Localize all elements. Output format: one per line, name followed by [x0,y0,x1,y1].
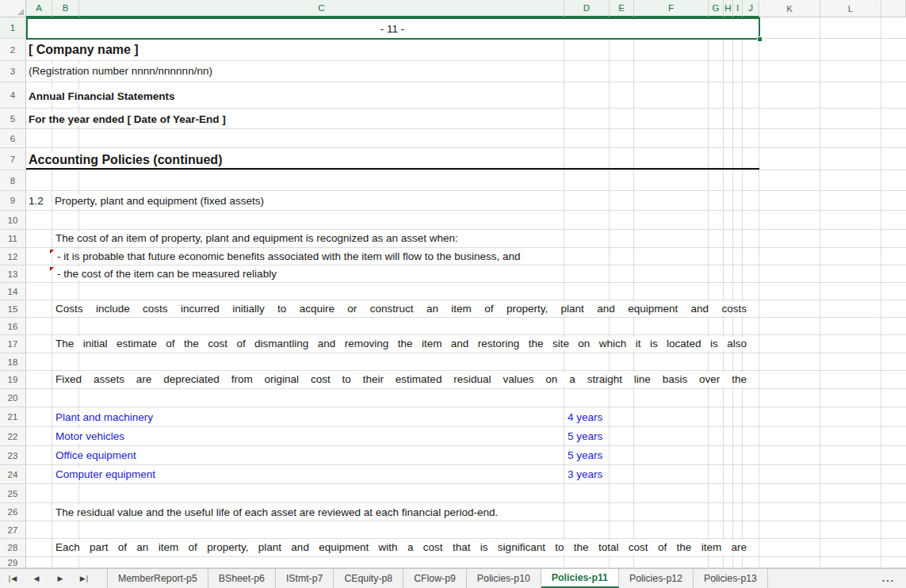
gridline [26,170,906,170]
row-header-4[interactable]: 4 [0,82,26,109]
row-header-13[interactable]: 13 [0,265,26,283]
column-header-J[interactable]: J [743,0,759,17]
residual-paragraph[interactable]: The residual value and the useful life o… [55,506,500,519]
row-header-8[interactable]: 8 [0,170,26,191]
sheet-tab-bsheet-p6[interactable]: BSheet-p6 [208,569,276,588]
asset-useful-life[interactable]: 5 years [568,449,605,462]
asset-name[interactable]: Office equipment [55,449,139,462]
significant-parts-paragraph[interactable]: Each part of an item of property, plant … [55,540,747,554]
recognition-intro[interactable]: The cost of an item of property, plant a… [55,231,461,245]
row-header-10[interactable]: 10 [0,211,26,230]
clause-number[interactable]: 1.2 [29,194,46,208]
gridline [26,60,906,61]
asset-name[interactable]: Computer equipment [55,468,158,481]
report-title[interactable]: Annual Financial Statements [29,90,178,103]
section-heading[interactable]: Accounting Policies (continued) [29,151,224,169]
row-header-14[interactable]: 14 [0,283,26,300]
asset-name[interactable]: Motor vehicles [55,430,127,443]
company-name[interactable]: [ Company name ] [29,41,141,59]
row-header-1[interactable]: 1 [0,17,26,39]
row-header-24[interactable]: 24 [0,465,26,484]
clause-heading[interactable]: Property, plant and equipment (fixed ass… [55,194,266,208]
previous-sheet-icon[interactable]: ◀ [30,575,44,582]
row-header-25[interactable]: 25 [0,484,26,503]
asset-useful-life[interactable]: 4 years [568,410,605,424]
gridline [26,147,906,148]
dismantling-paragraph[interactable]: The initial estimate of the cost of dism… [55,337,747,350]
row-header-12[interactable]: 12 [0,248,26,265]
more-sheets-button[interactable]: ... [871,569,906,588]
row-header-18[interactable]: 18 [0,353,26,371]
asset-useful-life[interactable]: 3 years [568,468,605,481]
first-sheet-icon[interactable]: |◀ [6,575,20,582]
comment-marker-icon [50,267,54,271]
row-header-5[interactable]: 5 [0,109,26,129]
row-header-17[interactable]: 17 [0,335,26,353]
gridline [26,464,906,465]
asset-useful-life[interactable]: 5 years [568,430,605,443]
row-header-15[interactable]: 15 [0,300,26,318]
select-all-corner[interactable] [0,0,26,17]
row-header-26[interactable]: 26 [0,503,26,521]
column-header-H[interactable]: H [724,0,733,17]
gridline [633,17,634,568]
last-sheet-icon[interactable]: ▶| [78,575,91,582]
row-header-21[interactable]: 21 [0,407,26,427]
column-header-B[interactable]: B [52,0,79,17]
gridline [881,17,881,568]
column-header-A[interactable]: A [26,0,52,17]
row-header-29[interactable]: 29 [0,557,26,568]
row-header-6[interactable]: 6 [0,129,26,148]
row-header-28[interactable]: 28 [0,539,26,557]
column-header-E[interactable]: E [610,0,634,17]
next-sheet-icon[interactable]: ▶ [54,575,67,582]
row-header-16[interactable]: 16 [0,318,26,335]
row-header-22[interactable]: 22 [0,427,26,446]
gridline [820,17,820,568]
gridline [564,17,564,568]
registration-number[interactable]: (Registration number nnnn/nnnnnn/nn) [29,64,215,78]
gridline [26,521,906,521]
gridline [26,334,906,335]
column-header-F[interactable]: F [634,0,709,17]
row-header-7[interactable]: 7 [0,148,26,170]
row-header-2[interactable]: 2 [0,39,26,61]
sheet-tab-policies-p13[interactable]: Policies-p13 [694,569,768,588]
column-header-G[interactable]: G [709,0,724,17]
row-header-19[interactable]: 19 [0,371,26,389]
sheet-tab-policies-p12[interactable]: Policies-p12 [619,569,694,588]
column-header-L[interactable]: L [820,0,881,17]
row-header-20[interactable]: 20 [0,389,26,407]
row-header-23[interactable]: 23 [0,446,26,465]
row-header-9[interactable]: 9 [0,191,26,211]
sheet-tab-cflow-p9[interactable]: CFlow-p9 [403,569,467,588]
depreciation-paragraph[interactable]: Fixed assets are depreciated from origin… [55,372,747,386]
fill-handle[interactable] [757,36,763,42]
gridline [26,426,906,427]
sheet-tab-istmt-p7[interactable]: IStmt-p7 [276,569,334,588]
column-header-I[interactable]: I [733,0,743,17]
costs-paragraph[interactable]: Costs include costs incurred initially t… [55,302,747,315]
period-line[interactable]: For the year ended [ Date of Year-End ] [29,113,228,126]
sheet-tab-memberreport-p5[interactable]: MemberReport-p5 [107,569,208,588]
comment-marker-icon [50,250,54,254]
gridline [26,300,906,300]
column-header-extra[interactable] [881,0,906,17]
column-header-K[interactable]: K [759,0,820,17]
row-header-27[interactable]: 27 [0,521,26,539]
asset-name[interactable]: Plant and machinery [55,410,155,424]
row-header-11[interactable]: 11 [0,230,26,248]
row-header-3[interactable]: 3 [0,61,26,82]
sheet-tabs: MemberReport-p5BSheet-p6IStmt-p7CEquity-… [107,569,768,588]
gridline [26,388,906,389]
cell-page-number[interactable]: - 11 - [28,20,757,37]
column-header-D[interactable]: D [564,0,610,17]
recognition-point-2[interactable]: - the cost of the item can be measured r… [57,267,279,281]
sheet-tab-policies-p10[interactable]: Policies-p10 [467,569,541,588]
column-header-C[interactable]: C [79,0,564,17]
gridline [26,538,906,539]
recognition-point-1[interactable]: - it is probable that future economic be… [57,250,523,263]
tab-navigation: |◀ ◀ ▶ ▶| [0,569,97,588]
sheet-tab-cequity-p8[interactable]: CEquity-p8 [334,569,403,588]
sheet-tab-policies-p11[interactable]: Policies-p11 [541,569,619,588]
